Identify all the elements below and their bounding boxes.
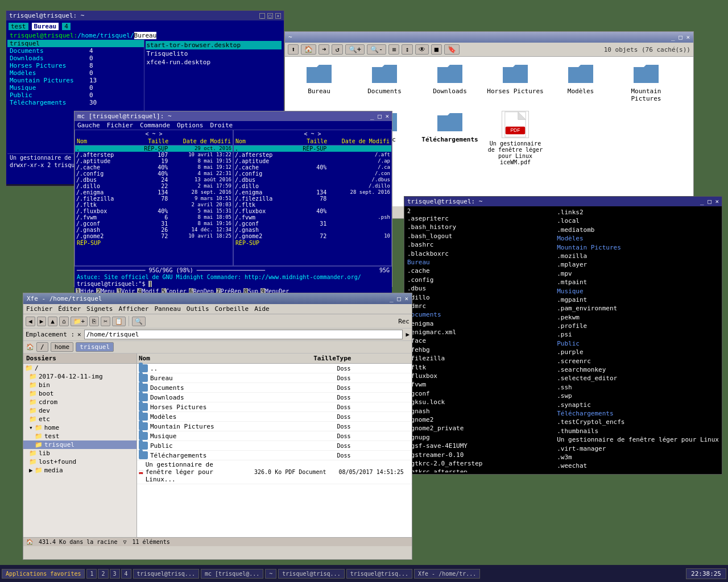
list-item[interactable]: Downloads Doss [137, 393, 412, 402]
paste-btn[interactable]: 📋 [112, 317, 126, 326]
home-btn[interactable]: ⌂ [59, 317, 69, 326]
close-btn[interactable]: × [404, 295, 408, 302]
taskbar-tilde[interactable]: ~ [265, 569, 276, 579]
list-item[interactable]: .. Doss [137, 364, 412, 373]
folder-horses[interactable]: Horses Pictures [487, 63, 544, 102]
folder-bureau[interactable]: Bureau [291, 63, 348, 102]
maximize-btn[interactable]: □ [708, 198, 712, 205]
maximize-btn[interactable]: □ [397, 295, 401, 302]
cut-btn[interactable]: ✂ [101, 317, 110, 326]
bc-home[interactable]: home [51, 342, 74, 352]
tree-2017[interactable]: 📁 2017-04-12-11-img [23, 372, 136, 381]
copy-btn[interactable]: ⎘ [89, 317, 99, 326]
taskbar-xfe[interactable]: Xfe - /home/tr... [414, 569, 480, 579]
menu-droite[interactable]: Droite [210, 122, 233, 129]
nav-back[interactable]: ⬆ [288, 44, 299, 55]
taskbar-mc[interactable]: mc [trisquel@... [201, 569, 263, 579]
maximize-btn[interactable]: □ [267, 13, 273, 19]
tree-boot[interactable]: 📁 boot [23, 389, 136, 398]
list-item[interactable]: Téléchargements Doss [137, 451, 412, 460]
menu-panneau[interactable]: Panneau [154, 305, 180, 313]
menu-corbeille[interactable]: Corbeille [215, 305, 249, 313]
menu-outils[interactable]: Outils [187, 305, 209, 313]
list-item[interactable]: Public Doss [137, 441, 412, 451]
minimize-btn[interactable]: _ [671, 34, 675, 41]
taskbar-terminal1[interactable]: trisquel@trisq... [133, 569, 199, 579]
tree-etc[interactable]: 📁 etc [23, 415, 136, 423]
tree-lost-found[interactable]: 📁 lost+found [23, 458, 136, 466]
menu-signets[interactable]: Signets [86, 305, 113, 313]
back-btn[interactable]: ◀ [26, 317, 35, 326]
menu-commande[interactable]: Commande [140, 122, 170, 129]
pdf-file[interactable]: PDF Un gestionnaire de fenêtre léger pou… [487, 111, 544, 165]
taskbar-terminal2[interactable]: trisquel@trisq... [278, 569, 344, 579]
view-option[interactable]: ■ [431, 44, 442, 55]
minimize-btn[interactable]: _ [370, 113, 374, 120]
mc-prompt[interactable]: trisquel@trisquel:"$ | [75, 280, 392, 288]
maximize-btn[interactable]: □ [378, 113, 382, 120]
folder-documents[interactable]: Documents [356, 63, 413, 102]
minimize-btn[interactable]: _ [700, 198, 704, 205]
tab-bureau[interactable]: Bureau [32, 23, 59, 30]
tree-root[interactable]: 📁 / [23, 364, 136, 372]
list-item[interactable]: Musique Doss [137, 431, 412, 441]
desktop-4[interactable]: 4 [121, 569, 131, 579]
desktop-3[interactable]: 3 [110, 569, 120, 579]
tree-test[interactable]: 📁 test [23, 432, 136, 440]
nav-zoomin[interactable]: 🔍+ [345, 44, 365, 55]
tree-cdrom[interactable]: 📁 cdrom [23, 398, 136, 406]
up-btn[interactable]: ▲ [48, 317, 57, 326]
menu-fichier[interactable]: Fichier [107, 122, 133, 129]
menu-options[interactable]: Options [177, 122, 203, 129]
nav-refresh[interactable]: ↺ [332, 44, 342, 55]
list-item[interactable]: Horses Pictures Doss [137, 402, 412, 412]
minimize-btn[interactable]: _ [259, 13, 265, 19]
desktop-2[interactable]: 2 [98, 569, 108, 579]
tree-trisquel[interactable]: 📁 trisquel [23, 440, 136, 449]
address-input[interactable] [84, 330, 403, 339]
folder-modeles[interactable]: Modèles [552, 63, 609, 102]
menu-aide[interactable]: Aide [254, 305, 270, 313]
list-item[interactable]: Modèles Doss [137, 412, 412, 422]
addr-go-btn[interactable]: ▶ [406, 331, 410, 338]
list-item-pdf[interactable]: PDF Un gestionnaire de fenêtre léger pou… [137, 460, 412, 484]
nav-forward[interactable]: ➜ [318, 44, 329, 55]
bc-root[interactable]: / [36, 342, 48, 352]
view-sort[interactable]: ↕ [402, 44, 412, 55]
taskbar-terminal3[interactable]: trisquel@trisq... [346, 569, 412, 579]
tree-home[interactable]: ▾ 📁 home [23, 423, 136, 432]
tab-test[interactable]: test [9, 23, 28, 30]
tab-3[interactable]: 4 [62, 23, 71, 30]
desktop-1[interactable]: 1 [86, 569, 97, 579]
tree-media[interactable]: ▶ 📁 media [23, 466, 136, 475]
new-folder-btn[interactable]: 📁+ [71, 317, 88, 326]
view-bookmark[interactable]: 🔖 [444, 44, 460, 55]
nav-zoomout[interactable]: 🔍- [367, 44, 386, 55]
app-launcher[interactable]: Applications favorites [2, 569, 85, 579]
tree-dev[interactable]: 📁 dev [23, 406, 136, 415]
menu-gauche[interactable]: Gauche [77, 122, 100, 129]
tree-bin[interactable]: 📁 bin [23, 381, 136, 389]
forward-btn[interactable]: ▶ [37, 317, 47, 326]
list-item[interactable]: Bureau Doss [137, 373, 412, 383]
folder-mountain[interactable]: Mountain Pictures [618, 63, 675, 102]
close-btn[interactable]: × [275, 13, 281, 19]
menu-afficher[interactable]: Afficher [118, 305, 148, 313]
close-btn[interactable]: × [686, 34, 690, 41]
search-btn[interactable]: 🔍 [132, 317, 146, 326]
menu-editer[interactable]: Éditer [58, 305, 81, 313]
close-btn[interactable]: × [385, 113, 389, 120]
maximize-btn[interactable]: □ [679, 34, 682, 41]
view-list[interactable]: ≡ [388, 44, 399, 55]
list-item[interactable]: Mountain Pictures Doss [137, 422, 412, 431]
minimize-btn[interactable]: _ [390, 295, 394, 302]
bc-trisquel[interactable]: trisquel [76, 342, 114, 352]
list-item[interactable]: Documents Doss [137, 383, 412, 393]
tree-lib[interactable]: 📁 lib [23, 449, 136, 458]
nav-home[interactable]: 🏠 [301, 44, 316, 55]
close-btn[interactable]: × [715, 198, 719, 205]
clear-btn[interactable]: ✕ [77, 331, 81, 338]
folder-downloads[interactable]: Downloads [421, 63, 478, 102]
view-eye[interactable]: 👁 [415, 44, 429, 55]
menu-fichier[interactable]: Fichier [26, 305, 52, 313]
